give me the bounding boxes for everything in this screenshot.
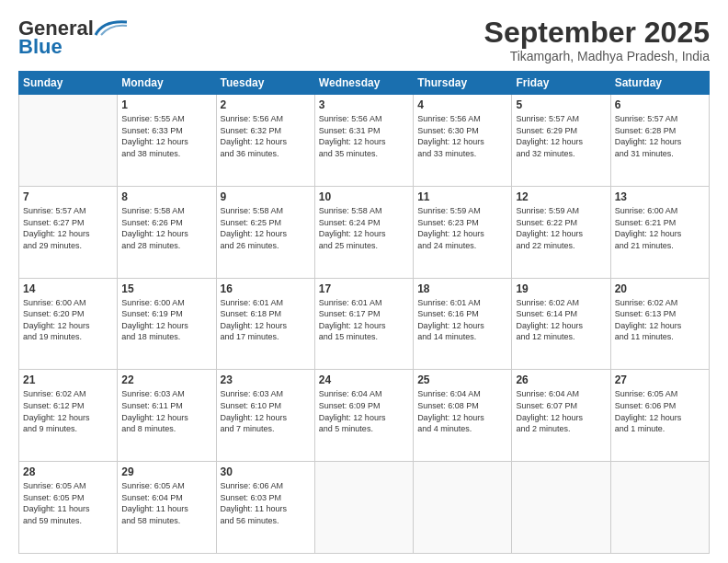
month-title: September 2025 bbox=[484, 17, 710, 49]
calendar-week-row: 14Sunrise: 6:00 AM Sunset: 6:20 PM Dayli… bbox=[19, 278, 710, 370]
day-info: Sunrise: 5:57 AM Sunset: 6:28 PM Dayligh… bbox=[615, 113, 705, 159]
day-number: 26 bbox=[516, 373, 606, 386]
day-number: 25 bbox=[417, 373, 507, 386]
day-number: 17 bbox=[319, 282, 409, 295]
day-info: Sunrise: 6:04 AM Sunset: 6:09 PM Dayligh… bbox=[319, 388, 409, 434]
day-info: Sunrise: 6:05 AM Sunset: 6:06 PM Dayligh… bbox=[615, 388, 705, 434]
table-row: 29Sunrise: 6:05 AM Sunset: 6:04 PM Dayli… bbox=[118, 462, 216, 554]
day-number: 28 bbox=[23, 465, 113, 478]
day-number: 1 bbox=[121, 98, 211, 111]
logo: General Blue bbox=[18, 17, 129, 59]
table-row: 27Sunrise: 6:05 AM Sunset: 6:06 PM Dayli… bbox=[610, 370, 709, 462]
table-row: 22Sunrise: 6:03 AM Sunset: 6:11 PM Dayli… bbox=[118, 370, 216, 462]
table-row: 17Sunrise: 6:01 AM Sunset: 6:17 PM Dayli… bbox=[314, 278, 413, 370]
table-row: 13Sunrise: 6:00 AM Sunset: 6:21 PM Dayli… bbox=[610, 186, 709, 278]
day-number: 12 bbox=[516, 190, 606, 203]
table-row bbox=[314, 462, 413, 554]
day-number: 14 bbox=[23, 282, 113, 295]
title-block: September 2025 Tikamgarh, Madhya Pradesh… bbox=[484, 17, 710, 63]
table-row: 11Sunrise: 5:59 AM Sunset: 6:23 PM Dayli… bbox=[414, 186, 512, 278]
day-info: Sunrise: 6:03 AM Sunset: 6:10 PM Dayligh… bbox=[221, 388, 311, 434]
day-number: 6 bbox=[615, 98, 705, 111]
day-info: Sunrise: 5:58 AM Sunset: 6:25 PM Dayligh… bbox=[221, 205, 311, 251]
table-row: 19Sunrise: 6:02 AM Sunset: 6:14 PM Dayli… bbox=[512, 278, 610, 370]
day-info: Sunrise: 5:56 AM Sunset: 6:30 PM Dayligh… bbox=[417, 113, 507, 159]
day-info: Sunrise: 6:02 AM Sunset: 6:14 PM Dayligh… bbox=[516, 297, 606, 343]
table-row: 24Sunrise: 6:04 AM Sunset: 6:09 PM Dayli… bbox=[314, 370, 413, 462]
table-row: 28Sunrise: 6:05 AM Sunset: 6:05 PM Dayli… bbox=[19, 462, 118, 554]
table-row: 16Sunrise: 6:01 AM Sunset: 6:18 PM Dayli… bbox=[216, 278, 314, 370]
table-row: 21Sunrise: 6:02 AM Sunset: 6:12 PM Dayli… bbox=[19, 370, 118, 462]
day-number: 22 bbox=[121, 373, 211, 386]
day-info: Sunrise: 6:03 AM Sunset: 6:11 PM Dayligh… bbox=[121, 388, 211, 434]
day-number: 11 bbox=[417, 190, 507, 203]
day-info: Sunrise: 6:01 AM Sunset: 6:16 PM Dayligh… bbox=[417, 297, 507, 343]
table-row: 5Sunrise: 5:57 AM Sunset: 6:29 PM Daylig… bbox=[512, 95, 610, 187]
day-number: 9 bbox=[221, 190, 311, 203]
calendar-week-row: 1Sunrise: 5:55 AM Sunset: 6:33 PM Daylig… bbox=[19, 95, 710, 187]
col-wednesday: Wednesday bbox=[314, 72, 413, 95]
table-row: 10Sunrise: 5:58 AM Sunset: 6:24 PM Dayli… bbox=[314, 186, 413, 278]
day-info: Sunrise: 6:00 AM Sunset: 6:19 PM Dayligh… bbox=[121, 297, 211, 343]
day-info: Sunrise: 6:01 AM Sunset: 6:18 PM Dayligh… bbox=[221, 297, 311, 343]
location: Tikamgarh, Madhya Pradesh, India bbox=[484, 49, 710, 63]
day-number: 2 bbox=[221, 98, 311, 111]
col-tuesday: Tuesday bbox=[216, 72, 314, 95]
table-row: 26Sunrise: 6:04 AM Sunset: 6:07 PM Dayli… bbox=[512, 370, 610, 462]
day-info: Sunrise: 5:55 AM Sunset: 6:33 PM Dayligh… bbox=[121, 113, 211, 159]
table-row: 23Sunrise: 6:03 AM Sunset: 6:10 PM Dayli… bbox=[216, 370, 314, 462]
day-info: Sunrise: 5:57 AM Sunset: 6:27 PM Dayligh… bbox=[23, 205, 113, 251]
col-thursday: Thursday bbox=[414, 72, 512, 95]
calendar-header-row: Sunday Monday Tuesday Wednesday Thursday… bbox=[19, 72, 710, 95]
table-row: 8Sunrise: 5:58 AM Sunset: 6:26 PM Daylig… bbox=[118, 186, 216, 278]
day-info: Sunrise: 6:04 AM Sunset: 6:08 PM Dayligh… bbox=[417, 388, 507, 434]
day-number: 4 bbox=[417, 98, 507, 111]
page: General Blue September 2025 Tikamgarh, M… bbox=[0, 0, 728, 563]
table-row: 18Sunrise: 6:01 AM Sunset: 6:16 PM Dayli… bbox=[414, 278, 512, 370]
calendar-week-row: 7Sunrise: 5:57 AM Sunset: 6:27 PM Daylig… bbox=[19, 186, 710, 278]
calendar-week-row: 28Sunrise: 6:05 AM Sunset: 6:05 PM Dayli… bbox=[19, 462, 710, 554]
day-info: Sunrise: 6:02 AM Sunset: 6:13 PM Dayligh… bbox=[615, 297, 705, 343]
day-number: 8 bbox=[121, 190, 211, 203]
day-info: Sunrise: 5:57 AM Sunset: 6:29 PM Dayligh… bbox=[516, 113, 606, 159]
day-number: 16 bbox=[221, 282, 311, 295]
table-row: 4Sunrise: 5:56 AM Sunset: 6:30 PM Daylig… bbox=[414, 95, 512, 187]
table-row: 15Sunrise: 6:00 AM Sunset: 6:19 PM Dayli… bbox=[118, 278, 216, 370]
table-row: 14Sunrise: 6:00 AM Sunset: 6:20 PM Dayli… bbox=[19, 278, 118, 370]
table-row: 25Sunrise: 6:04 AM Sunset: 6:08 PM Dayli… bbox=[414, 370, 512, 462]
day-info: Sunrise: 6:02 AM Sunset: 6:12 PM Dayligh… bbox=[23, 388, 113, 434]
day-number: 15 bbox=[121, 282, 211, 295]
day-info: Sunrise: 6:04 AM Sunset: 6:07 PM Dayligh… bbox=[516, 388, 606, 434]
table-row: 30Sunrise: 6:06 AM Sunset: 6:03 PM Dayli… bbox=[216, 462, 314, 554]
table-row: 6Sunrise: 5:57 AM Sunset: 6:28 PM Daylig… bbox=[610, 95, 709, 187]
day-number: 3 bbox=[319, 98, 409, 111]
day-info: Sunrise: 5:56 AM Sunset: 6:31 PM Dayligh… bbox=[319, 113, 409, 159]
day-number: 24 bbox=[319, 373, 409, 386]
table-row: 2Sunrise: 5:56 AM Sunset: 6:32 PM Daylig… bbox=[216, 95, 314, 187]
calendar-week-row: 21Sunrise: 6:02 AM Sunset: 6:12 PM Dayli… bbox=[19, 370, 710, 462]
day-number: 13 bbox=[615, 190, 705, 203]
header: General Blue September 2025 Tikamgarh, M… bbox=[18, 17, 710, 63]
day-info: Sunrise: 6:00 AM Sunset: 6:21 PM Dayligh… bbox=[615, 205, 705, 251]
table-row: 1Sunrise: 5:55 AM Sunset: 6:33 PM Daylig… bbox=[118, 95, 216, 187]
day-number: 27 bbox=[615, 373, 705, 386]
day-info: Sunrise: 6:01 AM Sunset: 6:17 PM Dayligh… bbox=[319, 297, 409, 343]
day-info: Sunrise: 5:59 AM Sunset: 6:23 PM Dayligh… bbox=[417, 205, 507, 251]
table-row: 12Sunrise: 5:59 AM Sunset: 6:22 PM Dayli… bbox=[512, 186, 610, 278]
day-info: Sunrise: 5:56 AM Sunset: 6:32 PM Dayligh… bbox=[221, 113, 311, 159]
col-monday: Monday bbox=[118, 72, 216, 95]
col-friday: Friday bbox=[512, 72, 610, 95]
col-saturday: Saturday bbox=[610, 72, 709, 95]
day-number: 23 bbox=[221, 373, 311, 386]
day-info: Sunrise: 6:00 AM Sunset: 6:20 PM Dayligh… bbox=[23, 297, 113, 343]
day-number: 18 bbox=[417, 282, 507, 295]
table-row bbox=[610, 462, 709, 554]
day-number: 20 bbox=[615, 282, 705, 295]
day-number: 29 bbox=[121, 465, 211, 478]
day-number: 7 bbox=[23, 190, 113, 203]
logo-blue: Blue bbox=[18, 35, 63, 59]
day-number: 21 bbox=[23, 373, 113, 386]
calendar-table: Sunday Monday Tuesday Wednesday Thursday… bbox=[18, 71, 710, 554]
day-number: 19 bbox=[516, 282, 606, 295]
table-row: 20Sunrise: 6:02 AM Sunset: 6:13 PM Dayli… bbox=[610, 278, 709, 370]
